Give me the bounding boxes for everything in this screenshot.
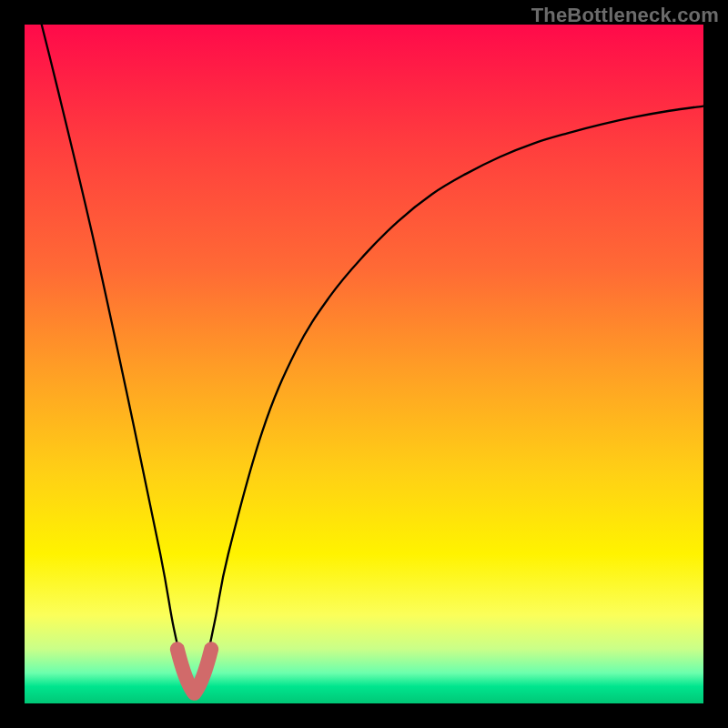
- attribution-watermark: TheBottleneck.com: [531, 4, 719, 27]
- bottleneck-curve-chart: [25, 25, 703, 703]
- chart-frame: [25, 25, 703, 703]
- gradient-background: [25, 25, 703, 703]
